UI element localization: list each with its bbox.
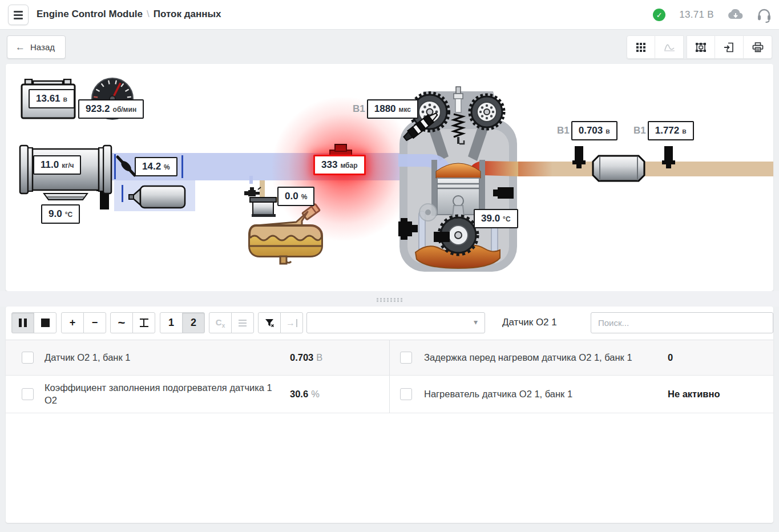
- graph-mode-button[interactable]: ~: [110, 312, 133, 333]
- grid-view-button[interactable]: [627, 35, 655, 59]
- connection-status-icon: ✓: [653, 9, 665, 21]
- battery-voltage-status: 13.71 В: [679, 9, 714, 21]
- row-checkbox[interactable]: [400, 388, 412, 400]
- scale-range-button[interactable]: [132, 312, 155, 333]
- parameters-table: Датчик O2 1, банк 1 0.703В Задержка пере…: [6, 340, 773, 413]
- panel-splitter[interactable]: [0, 291, 779, 307]
- parameter-value: 0.703В: [290, 352, 322, 363]
- search-input[interactable]: [591, 312, 773, 333]
- one-column-button[interactable]: 1: [160, 312, 183, 333]
- parameter-name: Датчик O2 1, банк 1: [45, 352, 130, 364]
- clear-filter-button[interactable]: [258, 312, 281, 333]
- schema-view-button[interactable]: [687, 35, 715, 59]
- throttle-box[interactable]: 14.2%: [135, 157, 177, 176]
- maf-box[interactable]: 11.0кг/ч: [33, 155, 81, 175]
- parameter-name: Задержка перед нагревом датчика O2 1, ба…: [424, 352, 632, 364]
- table-row[interactable]: Задержка перед нагревом датчика O2 1, ба…: [390, 340, 773, 376]
- parameter-value: Не активно: [668, 389, 723, 400]
- map-sensor-illustration: [327, 143, 354, 156]
- remove-button[interactable]: −: [83, 312, 106, 333]
- export-button[interactable]: [715, 35, 744, 59]
- stop-icon: [41, 319, 50, 327]
- module-title: Engine Control Module: [37, 9, 143, 19]
- export-document-icon: [724, 42, 734, 53]
- parameter-value: 0: [668, 352, 676, 363]
- splitter-grip-icon: [377, 298, 378, 300]
- chart-view-button[interactable]: [655, 35, 684, 59]
- page-title: Engine Control Module\Поток данных: [37, 9, 221, 20]
- parameters-panel: + − ~ 1 2 Cx → ▾ Датчик O2 1 Датчик O2 1…: [6, 307, 773, 523]
- plus-icon: +: [70, 317, 76, 329]
- air-filter-illustration: [19, 144, 112, 211]
- add-button[interactable]: +: [61, 312, 84, 333]
- table-row[interactable]: Датчик O2 1, банк 1 0.703В: [6, 340, 390, 376]
- parameter-name: Коэффициент заполнения подогревателя дат…: [45, 382, 273, 407]
- parameter-group-select[interactable]: ▾: [306, 312, 485, 333]
- idle-air-valve-illustration: [127, 184, 187, 209]
- stop-button[interactable]: [34, 312, 56, 333]
- table-row[interactable]: Нагреватель датчика O2 1, банк 1 Не акти…: [390, 376, 773, 413]
- parameter-name: Нагреватель датчика O2 1, банк 1: [424, 388, 572, 401]
- catalytic-converter-illustration: [591, 154, 646, 183]
- rpm-box[interactable]: 923.2об/мин: [78, 99, 144, 119]
- cloud-sync-icon[interactable]: [728, 9, 744, 21]
- data-stream-diagram: 13.61в 923.2об/мин: [6, 64, 773, 291]
- row-checkbox[interactable]: [22, 388, 34, 400]
- playback-group: [11, 312, 56, 333]
- bank-tag: B1: [557, 125, 570, 136]
- battery-voltage-box[interactable]: 13.61в: [29, 89, 75, 108]
- row-checkbox[interactable]: [22, 352, 34, 364]
- injector-box[interactable]: 1880мкс: [367, 99, 418, 119]
- o2-sensor-1-box[interactable]: 0.703в: [571, 121, 617, 140]
- two-columns-button[interactable]: 2: [182, 312, 205, 333]
- print-button[interactable]: [744, 35, 772, 59]
- grid-icon: [636, 43, 639, 45]
- coolant-temp-box[interactable]: 39.0°C: [474, 209, 518, 228]
- filter-group: →: [258, 312, 303, 333]
- minus-icon: −: [92, 317, 98, 329]
- zoom-group: + −: [61, 312, 106, 333]
- row-checkbox[interactable]: [400, 352, 412, 364]
- breadcrumb-separator: \: [147, 9, 150, 19]
- bank-tag: B1: [353, 103, 365, 115]
- back-button[interactable]: ← Назад: [7, 35, 66, 59]
- bank-tag: B1: [633, 125, 646, 136]
- o2-sensor-2-reading: B1 1.772в: [633, 121, 694, 140]
- o2-sensor-2-box[interactable]: 1.772в: [648, 121, 694, 140]
- view-toolbar: [627, 35, 772, 59]
- back-label: Назад: [30, 42, 55, 52]
- hamburger-icon: [14, 11, 23, 13]
- selected-group-label: Датчик O2 1: [502, 317, 557, 328]
- clear-selection-button[interactable]: Cx: [209, 312, 232, 333]
- o2-sensor-2-plug: [662, 146, 676, 169]
- headset-icon[interactable]: [757, 7, 771, 23]
- pause-button[interactable]: [11, 312, 34, 333]
- filter-x-icon: [265, 319, 275, 328]
- columns-group: 1 2: [160, 312, 205, 333]
- manifold-pressure-box[interactable]: 333мбар: [313, 155, 366, 175]
- display-mode-group: ~: [110, 312, 155, 333]
- arrow-to-bar-icon: →: [286, 319, 297, 327]
- intake-air-temp-box[interactable]: 9.0°C: [41, 204, 80, 224]
- injector-reading: B1 1880мкс: [353, 99, 418, 119]
- chevron-down-icon: ▾: [474, 317, 478, 327]
- goto-button[interactable]: →: [280, 312, 303, 333]
- list-icon: [239, 323, 247, 324]
- pause-icon: [19, 319, 27, 327]
- menu-button[interactable]: [8, 5, 29, 25]
- range-icon: [140, 319, 148, 327]
- o2-sensor-1-reading: B1 0.703в: [557, 121, 617, 140]
- print-icon: [752, 42, 764, 53]
- top-bar: Engine Control Module\Поток данных ✓ 13.…: [0, 0, 779, 30]
- back-arrow-icon: ←: [15, 42, 25, 53]
- list-button[interactable]: [231, 312, 254, 333]
- selection-group: Cx: [209, 312, 254, 333]
- table-row[interactable]: Коэффициент заполнения подогревателя дат…: [6, 376, 390, 413]
- chart-curve-icon: [664, 43, 675, 52]
- parameter-value: 30.6%: [290, 389, 320, 400]
- schema-region-icon: [695, 42, 707, 53]
- wave-icon: ~: [118, 320, 126, 326]
- purge-valve-box[interactable]: 0.0%: [277, 187, 314, 206]
- subpage-title: Поток данных: [154, 9, 221, 19]
- clear-icon: Cx: [216, 317, 225, 329]
